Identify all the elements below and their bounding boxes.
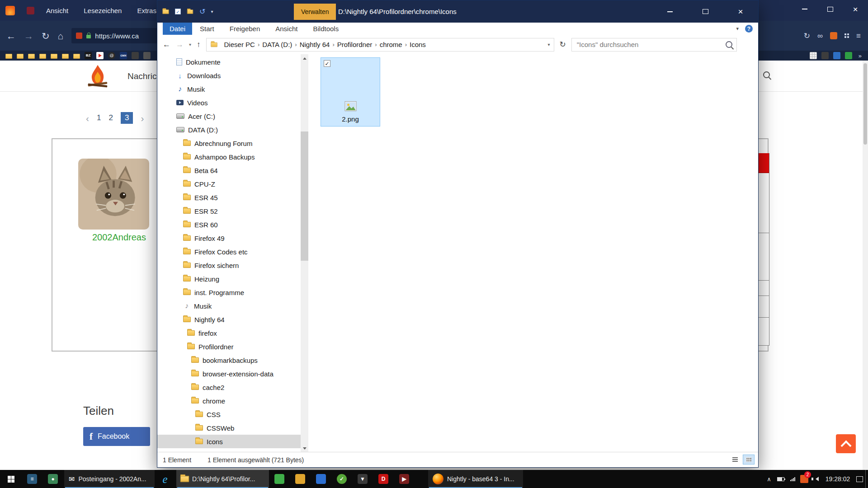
tree-item[interactable]: Profilordner (157, 340, 301, 353)
tree-item[interactable]: Firefox Codes etc (157, 245, 301, 258)
tree-item[interactable]: Dokumente (157, 55, 301, 69)
site-bookmark-icon[interactable] (810, 52, 817, 59)
breadcrumb-segment[interactable]: Nightly 64 (297, 41, 333, 48)
tree-item[interactable]: Acer (C:) (157, 109, 301, 123)
grid-icon[interactable] (844, 33, 849, 38)
tree-item[interactable]: ↓Downloads (157, 69, 301, 82)
page-link-1[interactable]: 1 (97, 113, 101, 122)
bookmarks-overflow-button[interactable]: » (859, 52, 862, 59)
tree-item[interactable]: Abrechnung Forum (157, 136, 301, 150)
user-avatar[interactable] (78, 159, 149, 230)
campfirefox-logo[interactable] (85, 63, 110, 90)
refresh-icon[interactable]: ↻ (560, 40, 566, 49)
tree-item[interactable]: ESR 45 (157, 191, 301, 204)
bookmark-folder-icon[interactable] (5, 54, 12, 59)
ribbon-tab-start[interactable]: Start (192, 23, 222, 35)
breadcrumb-segment[interactable]: DATA (D:) (259, 41, 295, 48)
tray-expand-icon[interactable]: ∧ (763, 470, 775, 488)
extension-icon[interactable] (830, 32, 837, 39)
breadcrumb-segment[interactable]: Icons (407, 41, 429, 48)
reload-icon[interactable]: ↻ (42, 31, 50, 41)
forward-icon[interactable]: → (24, 31, 33, 41)
qat-customize-chevron-icon[interactable]: ▾ (211, 9, 213, 14)
taskbar-library-button[interactable]: ≡ (22, 470, 42, 488)
back-icon[interactable]: ← (6, 31, 16, 41)
firefox-maximize-button[interactable] (817, 0, 843, 18)
tree-item[interactable]: CSS (157, 408, 301, 421)
nav-back-icon[interactable]: ← (163, 41, 170, 48)
page-link-3[interactable]: 3 (121, 112, 133, 124)
scrollbar-thumb[interactable] (863, 63, 867, 145)
taskbar-mail-button[interactable]: ✉ Posteingang - 2002An... (64, 470, 155, 488)
bookmark-folder-icon[interactable] (73, 54, 80, 59)
qat-properties-icon[interactable]: ✓ (175, 9, 181, 14)
ribbon-tab-freigeben[interactable]: Freigeben (222, 23, 268, 35)
tree-item[interactable]: inst. Programme (157, 286, 301, 299)
volume-icon[interactable] (810, 470, 822, 488)
taskbar-app-gold-button[interactable] (290, 470, 311, 488)
tree-item[interactable]: DATA (D:) (157, 123, 301, 136)
page-link-2[interactable]: 2 (108, 113, 113, 122)
undo-icon[interactable]: ↺ (199, 8, 205, 15)
contextual-tab-header[interactable]: Verwalten (294, 4, 336, 20)
youtube-bookmark-icon[interactable] (96, 52, 104, 59)
explorer-close-button[interactable]: × (723, 0, 758, 23)
tree-item[interactable]: Heizung (157, 272, 301, 286)
username-link[interactable]: 2002Andreas (92, 232, 146, 243)
taskbar-nightly-button[interactable]: Nightly - base64 3 - In... (428, 470, 523, 488)
bookmark-folder-icon[interactable] (17, 54, 24, 59)
breadcrumb-segment[interactable]: chrome (377, 41, 405, 48)
tree-item[interactable]: firefox (157, 326, 301, 340)
show-desktop-button[interactable] (865, 470, 868, 488)
tree-item[interactable]: ESR 60 (157, 218, 301, 231)
home-icon[interactable]: ⌂ (58, 31, 64, 41)
tree-item[interactable]: Ashampoo Backups (157, 150, 301, 164)
taskbar-app-d-button[interactable]: D (373, 470, 394, 488)
page-scrollbar[interactable] (863, 61, 868, 470)
site-bookmark-icon[interactable] (132, 52, 139, 59)
url-text[interactable]: https://www.ca (95, 32, 139, 40)
scroll-down-icon[interactable] (301, 445, 308, 452)
taskbar-ie-button[interactable]: e (155, 470, 175, 488)
tree-item[interactable]: chrome (157, 394, 301, 408)
site-search-icon[interactable] (763, 71, 770, 80)
breadcrumb-segment[interactable]: Profilordner (335, 41, 375, 48)
scrollbar-thumb[interactable] (301, 131, 308, 261)
tree-item[interactable]: Videos (157, 96, 301, 109)
details-view-button[interactable] (729, 455, 741, 465)
scroll-up-icon[interactable] (301, 54, 308, 62)
tree-item[interactable]: ♪Musik (157, 299, 301, 313)
network-icon[interactable] (787, 470, 798, 488)
tree-item[interactable]: Nightly 64 (157, 313, 301, 326)
firefox-minimize-button[interactable] (792, 0, 817, 18)
tree-item[interactable]: Icons (157, 435, 301, 448)
file-tile[interactable]: ✓ 2.png (321, 57, 380, 127)
bookmark-folder-icon[interactable] (39, 54, 46, 59)
tree-scrollbar[interactable] (301, 54, 308, 452)
tree-item[interactable]: CPU-Z (157, 177, 301, 191)
tree-item[interactable]: ♪Musik (157, 82, 301, 96)
tree-item[interactable]: CSSWeb (157, 421, 301, 435)
ribbon-tab-datei[interactable]: Datei (163, 23, 192, 35)
facebook-share-button[interactable]: f Facebook (83, 427, 150, 446)
pagination-next-icon[interactable]: › (141, 113, 144, 123)
tree-item[interactable]: cache2 (157, 380, 301, 394)
tree-item[interactable]: Firefox 49 (157, 231, 301, 245)
address-field[interactable]: Dieser PC›DATA (D:)›Nightly 64›Profilord… (206, 38, 554, 52)
scroll-to-top-button[interactable] (836, 434, 856, 453)
sync-icon[interactable]: ↻ (804, 32, 810, 40)
taskbar-explorer-button[interactable]: D:\Nightly 64\Profilor... (176, 470, 269, 488)
tree-item[interactable]: browser-extension-data (157, 367, 301, 380)
taskbar-app-dark-button[interactable]: ▼ (352, 470, 373, 488)
tree-item[interactable]: Beta 64 (157, 164, 301, 177)
explorer-search-input[interactable] (576, 40, 726, 49)
tree-item[interactable]: bookmarkbackups (157, 353, 301, 367)
help-icon[interactable]: ? (745, 25, 753, 33)
explorer-maximize-button[interactable] (688, 0, 723, 23)
thumbnails-view-button[interactable] (743, 455, 755, 465)
pagination-prev-icon[interactable]: ‹ (86, 113, 89, 123)
bookmark-folder-icon[interactable] (28, 54, 35, 59)
bz-bookmark-icon[interactable]: BZ (85, 52, 92, 59)
blocker-extension-icon[interactable] (76, 33, 82, 39)
taskbar-app-blue-button[interactable] (311, 470, 331, 488)
